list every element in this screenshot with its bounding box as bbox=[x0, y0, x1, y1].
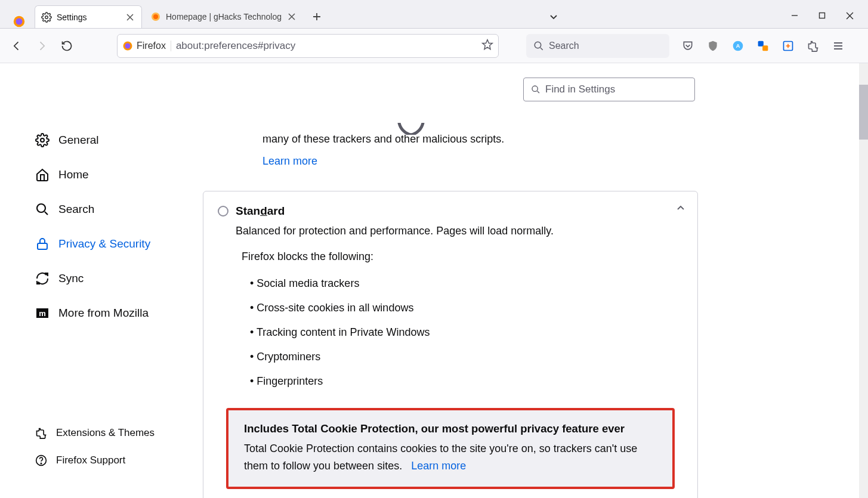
etp-standard-card: Standard Balanced for protection and per… bbox=[203, 191, 698, 498]
tabs-dropdown-button[interactable] bbox=[545, 8, 563, 26]
translate-icon[interactable] bbox=[753, 36, 773, 56]
settings-sidebar: General Home Search Privacy & Security bbox=[0, 63, 185, 498]
standard-description: Balanced for protection and performance.… bbox=[236, 225, 683, 237]
shield-icon bbox=[397, 123, 425, 135]
minimize-button[interactable] bbox=[781, 5, 808, 26]
intro-paragraph: many of these trackers and other malicio… bbox=[262, 131, 698, 169]
list-item: Cryptominers bbox=[250, 345, 683, 369]
search-icon bbox=[35, 202, 50, 217]
learn-more-link[interactable]: Learn more bbox=[262, 153, 317, 169]
sidebar-item-label: More from Mozilla bbox=[58, 307, 149, 320]
puzzle-icon bbox=[35, 426, 48, 440]
mozilla-icon: m bbox=[35, 305, 50, 321]
url-text: about:preferences#privacy bbox=[176, 40, 477, 52]
svg-point-7 bbox=[125, 43, 131, 48]
forward-button[interactable] bbox=[31, 35, 52, 57]
sync-icon bbox=[35, 271, 50, 286]
reload-button[interactable] bbox=[56, 35, 78, 57]
svg-text:A: A bbox=[736, 43, 740, 49]
svg-point-21 bbox=[532, 86, 538, 91]
identity-label: Firefox bbox=[137, 41, 166, 51]
list-item: Cross-site cookies in all windows bbox=[250, 296, 683, 320]
home-icon bbox=[35, 167, 50, 183]
svg-point-8 bbox=[535, 42, 541, 48]
standard-radio[interactable] bbox=[218, 206, 228, 216]
tab-bar: Settings Homepage | gHacks Technolog bbox=[0, 0, 868, 29]
svg-rect-11 bbox=[758, 41, 764, 46]
chevron-up-icon[interactable] bbox=[676, 203, 685, 215]
content-area: General Home Search Privacy & Security bbox=[0, 63, 868, 498]
tcp-description: Total Cookie Protection contains cookies… bbox=[244, 440, 657, 475]
sidebar-item-search[interactable]: Search bbox=[0, 192, 185, 227]
tab-settings[interactable]: Settings bbox=[35, 5, 142, 28]
tcp-learn-more-link[interactable]: Learn more bbox=[411, 457, 466, 475]
help-icon bbox=[35, 454, 48, 467]
settings-search-input[interactable]: Find in Settings bbox=[523, 78, 695, 101]
address-bar[interactable]: Firefox about:preferences#privacy bbox=[117, 34, 499, 58]
svg-text:m: m bbox=[39, 309, 46, 318]
sidebar-item-home[interactable]: Home bbox=[0, 157, 185, 192]
tcp-title: Includes Total Cookie Protection, our mo… bbox=[244, 422, 657, 435]
search-bar[interactable]: Search bbox=[526, 34, 669, 58]
gear-icon bbox=[41, 12, 52, 23]
site-icon bbox=[150, 11, 161, 22]
svg-rect-5 bbox=[820, 13, 825, 18]
tab-label: Homepage | gHacks Technolog bbox=[166, 12, 282, 21]
sidebar-item-label: Home bbox=[58, 168, 89, 181]
svg-rect-16 bbox=[38, 243, 47, 249]
blocks-label: Firefox blocks the following: bbox=[242, 250, 683, 263]
sidebar-item-label: Firefox Support bbox=[56, 454, 125, 466]
sidebar-item-label: General bbox=[58, 134, 99, 147]
search-placeholder: Search bbox=[549, 41, 579, 51]
tab-ghacks[interactable]: Homepage | gHacks Technolog bbox=[144, 5, 303, 28]
settings-main: Find in Settings many of these trackers … bbox=[185, 63, 868, 498]
sidebar-item-more-mozilla[interactable]: m More from Mozilla bbox=[0, 296, 185, 330]
standard-title: Standard bbox=[236, 205, 285, 218]
intro-line: many of these trackers and other malicio… bbox=[262, 131, 698, 147]
scrollbar-thumb[interactable] bbox=[859, 85, 868, 140]
gear-icon bbox=[35, 132, 50, 148]
close-icon[interactable] bbox=[286, 11, 297, 22]
bookmark-star-icon[interactable] bbox=[481, 39, 493, 53]
pocket-icon[interactable] bbox=[678, 36, 698, 56]
svg-rect-12 bbox=[762, 45, 768, 51]
maximize-button[interactable] bbox=[808, 5, 836, 26]
ublock-icon[interactable] bbox=[703, 36, 723, 56]
sidebar-item-privacy[interactable]: Privacy & Security bbox=[0, 227, 185, 261]
sidebar-item-label: Search bbox=[58, 203, 94, 216]
toolbar-icons: A bbox=[678, 36, 848, 56]
extensions-icon[interactable] bbox=[803, 36, 823, 56]
svg-point-1 bbox=[16, 18, 23, 25]
list-item: Social media trackers bbox=[250, 271, 683, 296]
tcp-highlight-box: Includes Total Cookie Protection, our mo… bbox=[226, 408, 675, 489]
close-window-button[interactable] bbox=[836, 5, 863, 26]
sidebar-item-label: Privacy & Security bbox=[58, 237, 150, 250]
sidebar-footer-extensions[interactable]: Extensions & Themes bbox=[35, 419, 185, 447]
svg-point-15 bbox=[37, 204, 45, 212]
sidebar-footer-support[interactable]: Firefox Support bbox=[35, 447, 185, 474]
firefox-menu-icon[interactable] bbox=[5, 15, 33, 28]
toolbar: Firefox about:preferences#privacy Search… bbox=[0, 29, 868, 63]
tab-label: Settings bbox=[57, 13, 120, 22]
new-tab-button[interactable] bbox=[308, 8, 326, 26]
blocks-list: Social media trackers Cross-site cookies… bbox=[250, 271, 683, 394]
close-icon[interactable] bbox=[125, 12, 135, 23]
list-item: Fingerprinters bbox=[250, 369, 683, 394]
back-button[interactable] bbox=[6, 35, 27, 57]
list-item: Tracking content in Private Windows bbox=[250, 320, 683, 345]
search-icon bbox=[531, 85, 540, 94]
extension-a-icon[interactable]: A bbox=[728, 36, 748, 56]
site-identity[interactable]: Firefox bbox=[122, 41, 171, 51]
scrollbar-track[interactable] bbox=[859, 63, 868, 498]
svg-point-2 bbox=[45, 16, 48, 18]
sidebar-item-general[interactable]: General bbox=[0, 123, 185, 157]
lock-icon bbox=[35, 236, 50, 252]
extension-b-icon[interactable] bbox=[778, 36, 798, 56]
hamburger-menu-icon[interactable] bbox=[828, 36, 848, 56]
sidebar-item-label: Extensions & Themes bbox=[56, 427, 155, 439]
svg-point-14 bbox=[41, 138, 44, 142]
window-controls bbox=[781, 5, 863, 26]
sidebar-item-sync[interactable]: Sync bbox=[0, 261, 185, 296]
svg-point-4 bbox=[153, 14, 158, 19]
settings-search-placeholder: Find in Settings bbox=[545, 83, 615, 95]
